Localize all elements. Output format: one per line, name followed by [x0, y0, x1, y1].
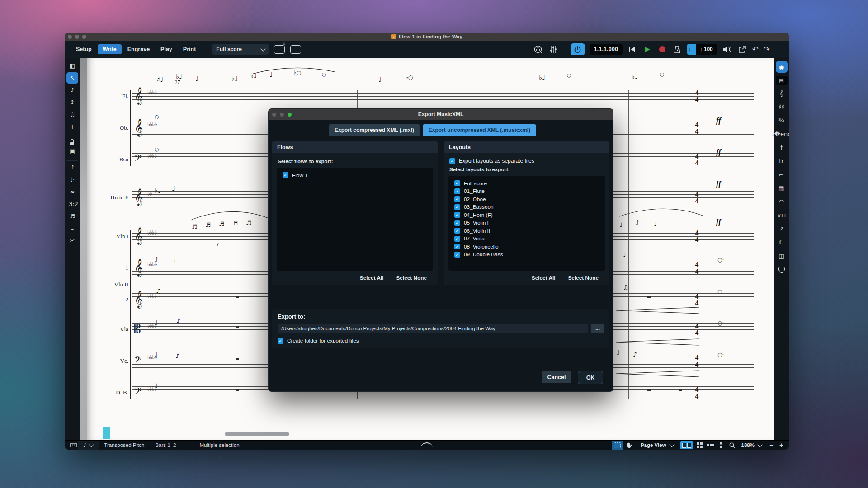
scissors-icon[interactable]: ✂: [66, 235, 78, 246]
pitch-transpose-icon[interactable]: ↕: [66, 97, 78, 108]
mixer-icon[interactable]: [548, 44, 558, 54]
layout-selector[interactable]: Full score: [212, 44, 269, 55]
go-to-start-icon[interactable]: [627, 44, 637, 54]
single-window-icon[interactable]: [290, 45, 301, 54]
layout-row[interactable]: ✓ 08_Violoncello: [454, 243, 605, 251]
browse-button[interactable]: ...: [591, 324, 604, 333]
tempo-icon[interactable]: ♩�end: [776, 129, 788, 139]
pages-grid-icon[interactable]: [694, 441, 705, 450]
cancel-button[interactable]: Cancel: [542, 371, 571, 383]
note-input-icon[interactable]: ♪: [66, 84, 78, 96]
volume-icon[interactable]: [722, 44, 732, 54]
checkbox-checked[interactable]: ✓: [454, 220, 460, 226]
zoom-search-icon[interactable]: [727, 441, 738, 450]
keyboard-panel-icon[interactable]: ▤: [776, 76, 788, 85]
new-tab-icon[interactable]: [274, 45, 285, 54]
tempo-stepper-icon[interactable]: ↕: [700, 47, 703, 52]
view-mode-selector[interactable]: Page View: [635, 441, 679, 450]
lines-icon[interactable]: ↗: [776, 224, 788, 234]
dynamics-icon[interactable]: f: [776, 142, 788, 153]
tab-setup[interactable]: Setup: [71, 44, 97, 54]
checkbox-checked[interactable]: ✓: [454, 252, 460, 258]
marquee-tool-icon[interactable]: [612, 441, 623, 450]
page-spread-icon[interactable]: [679, 441, 694, 450]
note-input-settings[interactable]: ♪: [78, 441, 99, 450]
tab-export-uncompressed[interactable]: Export uncompressed XML (.musicxml): [423, 124, 536, 136]
bars-barlines-icon[interactable]: ▦: [776, 183, 788, 193]
zoom-in-button[interactable]: +: [776, 441, 786, 449]
video-reel-icon[interactable]: [533, 44, 543, 54]
checkbox-checked[interactable]: ✓: [454, 188, 460, 194]
panel-drag-handle[interactable]: [421, 442, 433, 447]
toolbox-divider[interactable]: [66, 158, 78, 161]
horizontal-scrollbar[interactable]: [225, 432, 289, 436]
record-icon[interactable]: [657, 44, 667, 54]
notation-palette-icon[interactable]: ◉: [776, 61, 788, 73]
redo-icon[interactable]: ↷: [764, 45, 770, 54]
layout-row[interactable]: ✓ 02_Oboe: [454, 195, 605, 203]
flow-row[interactable]: ✓ Flow 1: [283, 171, 433, 179]
share-icon[interactable]: [737, 44, 747, 54]
tempo-note-icon[interactable]: ♩: [687, 44, 696, 55]
layout-row[interactable]: ✓ 06_Violin II: [454, 227, 605, 235]
checkbox-checked[interactable]: ✓: [454, 236, 460, 242]
tab-play[interactable]: Play: [156, 44, 177, 54]
power-button[interactable]: [571, 43, 585, 55]
playing-techniques-icon[interactable]: ∨⊓: [776, 210, 788, 221]
flows-select-all-button[interactable]: Select All: [360, 275, 384, 281]
hand-tool-icon[interactable]: [623, 441, 635, 450]
grace-notes-icon[interactable]: ♪: [66, 162, 78, 173]
layout-row[interactable]: ✓ 09_Double Bass: [454, 251, 605, 259]
layout-row[interactable]: ✓ 01_Flute: [454, 188, 605, 196]
tab-write[interactable]: Write: [98, 44, 122, 54]
ornaments-icon[interactable]: tr: [776, 156, 788, 166]
layout-row[interactable]: ✓ 07_Viola: [454, 235, 605, 243]
tab-engrave[interactable]: Engrave: [123, 44, 155, 54]
checkbox-checked[interactable]: ✓: [278, 338, 283, 344]
export-layouts-separate-checkbox-row[interactable]: ✓ Export layouts as separate files: [449, 158, 605, 164]
pages-vertical-icon[interactable]: [716, 441, 727, 450]
chords-icon[interactable]: ♫: [66, 109, 78, 120]
key-signatures-icon[interactable]: ♯♯: [776, 102, 788, 112]
layout-row[interactable]: ✓ 05_Violin I: [454, 219, 605, 227]
flows-list[interactable]: ✓ Flow 1: [277, 168, 433, 271]
time-signatures-icon[interactable]: ¾: [776, 115, 788, 126]
pitch-mode-label[interactable]: Transposed Pitch: [99, 441, 150, 450]
tuplet-icon[interactable]: 3:2: [66, 198, 78, 210]
clefs-icon[interactable]: 𝄞: [776, 88, 788, 99]
layouts-select-all-button[interactable]: Select All: [532, 275, 556, 281]
layout-row[interactable]: ✓ 04_Horn (F): [454, 211, 605, 219]
checkbox-checked[interactable]: ✓: [454, 228, 460, 234]
ok-button[interactable]: OK: [578, 371, 603, 384]
export-path-input[interactable]: [278, 324, 588, 333]
zoom-out-button[interactable]: −: [766, 441, 776, 449]
tab-print[interactable]: Print: [178, 44, 201, 54]
layouts-select-none-button[interactable]: Select None: [568, 275, 599, 281]
checkbox-checked[interactable]: ✓: [454, 212, 460, 218]
tie-icon[interactable]: ⌣: [66, 223, 78, 234]
ornament-icon[interactable]: ≈: [66, 186, 78, 197]
layout-row[interactable]: ✓ Full score: [454, 179, 605, 188]
checkbox-checked[interactable]: ✓: [454, 180, 460, 186]
checkbox-checked[interactable]: ✓: [454, 204, 460, 210]
panel-toggle-icon[interactable]: ◧: [66, 60, 78, 71]
note-tools-icon[interactable]: ▣: [66, 145, 78, 157]
layouts-list[interactable]: ✓ Full score ✓ 01_Flute ✓ 02_Oboe: [448, 176, 605, 271]
beam-notes-icon[interactable]: ♬: [66, 211, 78, 222]
holds-pauses-icon[interactable]: ◠: [776, 197, 788, 207]
repeats-icon[interactable]: ⌐: [776, 169, 788, 180]
create-folder-checkbox-row[interactable]: ✓ Create folder for exported files: [278, 338, 604, 344]
play-icon[interactable]: [642, 44, 652, 54]
layout-row[interactable]: ✓ 03_Bassoon: [454, 203, 605, 211]
pages-horizontal-icon[interactable]: [705, 441, 716, 450]
undo-icon[interactable]: ↶: [752, 45, 759, 54]
select-arrow-icon[interactable]: ↖: [66, 72, 78, 84]
checkbox-checked[interactable]: ✓: [449, 158, 455, 164]
rhythm-dot-icon[interactable]: ♩·: [66, 174, 78, 185]
video-icon[interactable]: ◫: [776, 251, 788, 261]
insert-mode-icon[interactable]: I: [66, 121, 78, 132]
checkbox-checked[interactable]: ✓: [454, 244, 460, 249]
lock-icon[interactable]: [66, 133, 78, 145]
checkbox-checked[interactable]: ✓: [283, 172, 288, 178]
tempo-display[interactable]: ↕ 100: [696, 44, 717, 55]
